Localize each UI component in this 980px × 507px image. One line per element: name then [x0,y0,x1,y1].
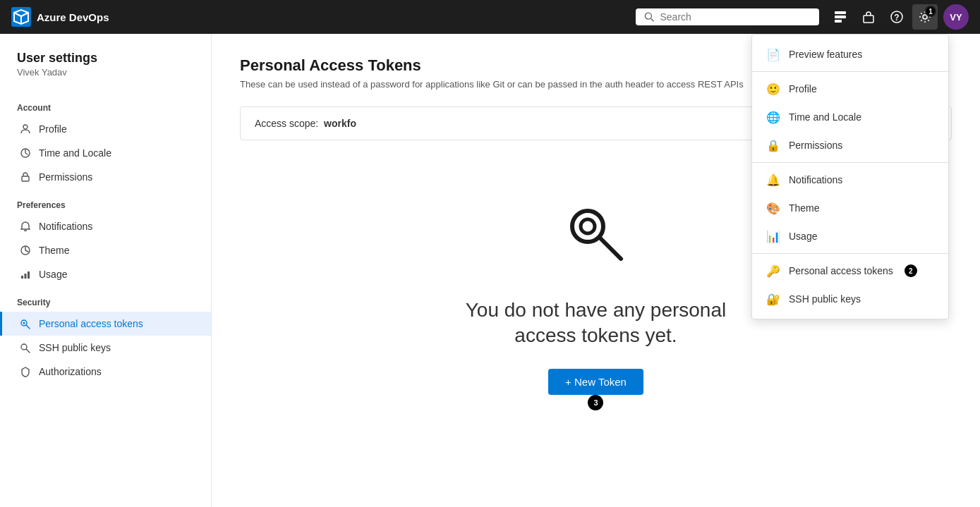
section-security: Security [0,286,211,312]
section-account: Account [0,92,211,117]
divider-1 [752,71,948,72]
divider-3 [752,253,948,254]
avatar-btn[interactable]: VY [943,4,969,30]
svg-rect-18 [21,276,23,279]
sidebar-item-profile[interactable]: Profile [0,117,211,141]
time-locale-icon [19,147,32,159]
sidebar-label-time-locale: Time and Locale [39,147,111,159]
dropdown-item-ssh[interactable]: 🔐 SSH public keys [752,285,948,313]
dropdown-item-pat[interactable]: 🔑 Personal access tokens 2 [752,257,948,285]
svg-point-25 [581,219,595,233]
sidebar-item-permissions[interactable]: Permissions [0,165,211,189]
access-scope-label: Access scope: [255,118,318,129]
dropdown-pat-icon: 🔑 [766,264,780,278]
avatar-initials: VY [950,12,962,23]
access-scope-text: Access scope: workfo [255,118,356,129]
logo-link[interactable]: Azure DevOps [11,7,109,27]
dropdown-usage-icon: 📊 [766,229,780,243]
search-input[interactable] [660,11,811,23]
topbar: Azure DevOps ? [0,0,980,34]
settings-dropdown: 📄 Preview features 🙂 Profile 🌐 Time and … [751,34,949,319]
access-scope-value: workfo [324,118,356,129]
dropdown-badge-2: 2 [905,264,917,277]
sidebar-label-authorizations: Authorizations [39,366,102,377]
dropdown-item-usage[interactable]: 📊 Usage [752,222,948,250]
help-icon: ? [890,10,904,24]
dropdown-label-profile: Profile [789,83,817,94]
topbar-icons: ? 1 VY [828,4,969,30]
svg-point-14 [23,125,28,129]
dropdown-permissions-icon: 🔒 [766,138,780,152]
task-icon-btn[interactable] [828,4,853,30]
pat-icon [19,317,32,330]
svg-rect-9 [835,20,842,23]
sidebar-subtitle: Vivek Yadav [17,67,194,78]
dropdown-label-notifications: Notifications [789,174,842,185]
dropdown-item-permissions[interactable]: 🔒 Permissions [752,131,948,159]
svg-point-22 [23,322,25,324]
svg-rect-10 [864,16,873,23]
new-token-badge: 3 [588,395,603,410]
ssh-icon [19,341,32,354]
settings-icon-btn[interactable]: 1 [912,4,938,30]
notifications-icon [19,220,32,233]
svg-rect-8 [835,16,846,18]
svg-point-5 [645,13,651,19]
search-box[interactable] [636,8,819,25]
dropdown-item-time-locale[interactable]: 🌐 Time and Locale [752,103,948,131]
logo-text: Azure DevOps [37,11,109,23]
svg-rect-7 [835,11,846,14]
sidebar-title: User settings [17,51,194,66]
preview-features-icon: 📄 [766,47,780,61]
svg-rect-16 [22,176,29,181]
dropdown-theme-icon: 🎨 [766,201,780,215]
dropdown-ssh-icon: 🔐 [766,292,780,306]
theme-icon [19,244,32,257]
sidebar-item-pat[interactable]: Personal access tokens [0,312,211,336]
profile-icon [19,123,32,135]
sidebar-label-notifications: Notifications [39,221,92,232]
empty-key-icon [561,197,631,281]
dropdown-item-preview-features[interactable]: 📄 Preview features [752,40,948,68]
search-icon [644,11,654,23]
svg-text:?: ? [894,13,899,23]
sidebar: User settings Vivek Yadav Account Profil… [0,34,212,507]
basket-icon-btn[interactable] [856,4,881,30]
sidebar-label-permissions: Permissions [39,171,92,183]
sidebar-item-authorizations[interactable]: Authorizations [0,360,211,384]
divider-2 [752,162,948,163]
usage-icon [19,268,32,281]
dropdown-label-permissions: Permissions [789,140,842,151]
section-preferences: Preferences [0,189,211,214]
sidebar-header: User settings Vivek Yadav [0,51,211,92]
dropdown-item-notifications[interactable]: 🔔 Notifications [752,166,948,194]
permissions-icon [19,171,32,183]
sidebar-label-ssh: SSH public keys [39,342,111,353]
settings-badge: 1 [925,6,936,17]
sidebar-item-notifications[interactable]: Notifications [0,214,211,238]
sidebar-item-ssh[interactable]: SSH public keys [0,336,211,360]
empty-title: You do not have any personalaccess token… [466,298,726,349]
dropdown-time-locale-icon: 🌐 [766,110,780,124]
azure-devops-icon [11,7,31,27]
dropdown-label-usage: Usage [789,231,817,242]
new-token-button[interactable]: + New Token 3 [548,369,643,395]
dropdown-item-theme[interactable]: 🎨 Theme [752,194,948,222]
sidebar-item-time-locale[interactable]: Time and Locale [0,141,211,165]
dropdown-label-theme: Theme [789,202,820,214]
dropdown-label-time-locale: Time and Locale [789,111,861,123]
svg-rect-20 [28,271,30,279]
svg-rect-19 [25,274,27,279]
dropdown-notifications-icon: 🔔 [766,173,780,187]
sidebar-item-theme[interactable]: Theme [0,238,211,262]
dropdown-profile-icon: 🙂 [766,82,780,96]
dropdown-item-profile[interactable]: 🙂 Profile [752,75,948,103]
new-token-btn-label: + New Token [565,376,627,388]
dropdown-label-preview-features: Preview features [789,49,862,60]
tasks-icon [833,10,847,24]
dropdown-label-pat: Personal access tokens [789,265,893,276]
svg-line-6 [651,18,653,21]
sidebar-item-usage[interactable]: Usage [0,262,211,286]
marketplace-icon [861,10,876,24]
help-icon-btn[interactable]: ? [884,4,909,30]
